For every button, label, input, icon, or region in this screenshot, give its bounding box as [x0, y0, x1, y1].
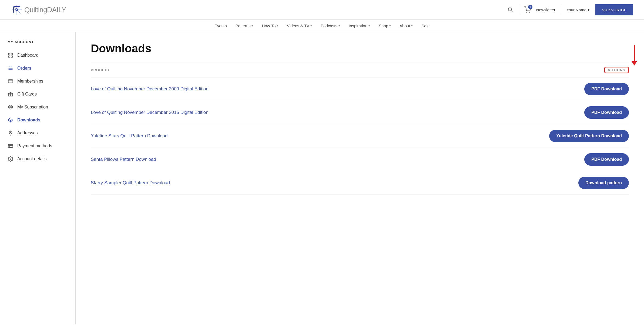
sidebar-item-dashboard[interactable]: Dashboard	[0, 49, 75, 62]
sidebar-item-addresses[interactable]: Addresses	[0, 127, 75, 139]
chevron-down-icon: ▾	[368, 24, 370, 28]
gear-icon	[8, 156, 14, 162]
main-nav: Events Patterns ▾ How-To ▾ Videos & TV ▾…	[0, 20, 644, 32]
chevron-down-icon: ▾	[251, 24, 253, 28]
arrow-line	[634, 45, 635, 61]
product-cell: Love of Quilting November December 2015 …	[91, 101, 412, 124]
action-button[interactable]: PDF Download	[584, 106, 629, 119]
svg-line-4	[511, 11, 512, 12]
nav-item-sale[interactable]: Sale	[421, 23, 430, 28]
sidebar-item-gift-cards[interactable]: Gift Cards	[0, 88, 75, 101]
sidebar-item-orders[interactable]: Orders	[0, 62, 75, 75]
actions-cell: PDF Download	[412, 148, 629, 171]
arrow-head	[632, 61, 637, 66]
product-link[interactable]: Starry Sampler Quilt Pattern Download	[91, 180, 170, 185]
sidebar-item-payment-methods[interactable]: Payment methods	[0, 139, 75, 152]
product-cell: Santa Pillows Pattern Download	[91, 148, 412, 171]
search-button[interactable]	[507, 7, 513, 13]
sidebar-item-my-subscription[interactable]: My Subscription	[0, 101, 75, 114]
action-button[interactable]: Download pattern	[578, 177, 629, 189]
header-divider-1	[519, 6, 519, 13]
site-header: QuiltingDAILY 1 Newsletter Your Name ▾ S…	[0, 0, 644, 20]
dashboard-icon	[8, 52, 14, 58]
action-button[interactable]: PDF Download	[584, 153, 629, 166]
newsletter-link[interactable]: Newsletter	[536, 8, 555, 12]
nav-item-events[interactable]: Events	[214, 23, 227, 28]
chevron-down-icon: ▾	[310, 24, 312, 28]
product-link[interactable]: Yuletide Stars Quilt Pattern Download	[91, 133, 167, 138]
search-icon	[507, 7, 513, 13]
downloads-table: PRODUCT ACTIONS Love of Quilting Novembe…	[91, 63, 629, 195]
cart-badge: 1	[528, 5, 532, 9]
product-cell: Love of Quilting November December 2009 …	[91, 77, 412, 101]
subscription-icon	[8, 104, 14, 110]
logo-text: QuiltingDAILY	[24, 6, 66, 14]
action-button[interactable]: PDF Download	[584, 83, 629, 95]
logo[interactable]: QuiltingDAILY	[11, 4, 66, 16]
main-layout: MY ACCOUNT Dashboard Orders	[0, 32, 644, 324]
nav-item-podcasts[interactable]: Podcasts ▾	[321, 23, 340, 28]
sidebar-item-downloads[interactable]: Downloads	[0, 114, 75, 127]
svg-rect-9	[9, 56, 10, 57]
cart-wrapper: 1	[524, 6, 531, 13]
actions-cell: PDF Download	[412, 77, 629, 101]
header-divider-2	[561, 6, 561, 13]
arrow-annotation	[632, 45, 637, 66]
product-cell: Yuletide Stars Quilt Pattern Download	[91, 124, 412, 148]
svg-point-6	[529, 12, 530, 12]
actions-header-wrapper: ACTIONS	[604, 67, 629, 73]
subscribe-button[interactable]: SUBSCRIBE	[595, 4, 633, 15]
table-row: Love of Quilting November December 2009 …	[91, 77, 629, 101]
address-icon	[8, 130, 14, 136]
download-icon	[8, 117, 14, 123]
nav-item-videos[interactable]: Videos & TV ▾	[287, 23, 312, 28]
nav-item-about[interactable]: About ▾	[400, 23, 413, 28]
nav-item-patterns[interactable]: Patterns ▾	[236, 23, 253, 28]
memberships-icon	[8, 78, 14, 84]
nav-item-howto[interactable]: How-To ▾	[262, 23, 278, 28]
chevron-down-icon: ▾	[411, 24, 413, 28]
chevron-down-icon: ▾	[338, 24, 340, 28]
actions-cell: Yuletide Quilt Pattern Download	[412, 124, 629, 148]
svg-rect-7	[9, 53, 10, 55]
actions-label: ACTIONS	[604, 67, 629, 73]
header-actions: 1 Newsletter Your Name ▾ SUBSCRIBE	[507, 4, 633, 15]
column-product: PRODUCT	[91, 63, 412, 77]
table-row: Yuletide Stars Quilt Pattern DownloadYul…	[91, 124, 629, 148]
svg-rect-10	[11, 56, 13, 57]
table-row: Starry Sampler Quilt Pattern DownloadDow…	[91, 171, 629, 195]
product-link[interactable]: Love of Quilting November December 2015 …	[91, 110, 209, 115]
user-menu-button[interactable]: Your Name ▾	[566, 7, 590, 12]
orders-icon	[8, 65, 14, 71]
table-row: Love of Quilting November December 2015 …	[91, 101, 629, 124]
svg-point-21	[10, 158, 11, 160]
logo-icon	[11, 4, 23, 16]
action-button[interactable]: Yuletide Quilt Pattern Download	[549, 130, 629, 142]
nav-item-inspiration[interactable]: Inspiration ▾	[349, 23, 370, 28]
product-link[interactable]: Love of Quilting November December 2009 …	[91, 86, 209, 91]
svg-point-2	[16, 9, 17, 10]
nav-item-shop[interactable]: Shop ▾	[379, 23, 391, 28]
svg-point-16	[10, 107, 11, 107]
table-row: Santa Pillows Pattern DownloadPDF Downlo…	[91, 148, 629, 171]
product-cell: Starry Sampler Quilt Pattern Download	[91, 171, 412, 195]
chevron-down-icon: ▾	[588, 7, 590, 12]
chevron-down-icon: ▾	[389, 24, 391, 28]
actions-cell: PDF Download	[412, 101, 629, 124]
sidebar: MY ACCOUNT Dashboard Orders	[0, 32, 76, 324]
column-actions: ACTIONS	[412, 63, 629, 77]
product-link[interactable]: Santa Pillows Pattern Download	[91, 157, 156, 162]
sidebar-item-memberships[interactable]: Memberships	[0, 75, 75, 88]
actions-cell: Download pattern	[412, 171, 629, 195]
svg-rect-8	[11, 53, 13, 55]
sidebar-section-title: MY ACCOUNT	[0, 40, 75, 49]
main-content: Downloads PRODUCT ACTIONS	[76, 32, 644, 324]
payment-icon	[8, 143, 14, 149]
gift-icon	[8, 91, 14, 97]
chevron-down-icon: ▾	[277, 24, 278, 28]
svg-point-17	[10, 132, 11, 132]
svg-rect-11	[8, 80, 13, 83]
svg-point-5	[526, 12, 527, 12]
page-title: Downloads	[91, 42, 629, 55]
sidebar-item-account-details[interactable]: Account details	[0, 152, 75, 165]
